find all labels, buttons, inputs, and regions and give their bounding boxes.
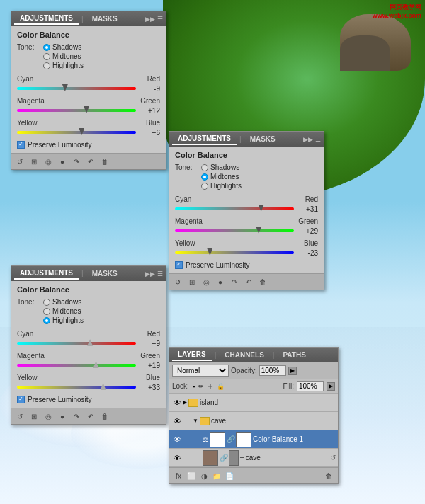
toolbar-trash-3[interactable]: 🗑 [257,276,268,287]
radio-shadows-icon-3 [201,164,208,171]
tab-adjustments-2[interactable]: ADJUSTMENTS [14,268,79,280]
mask-thumb-colorbalance [236,432,251,447]
lock-pixels-icon[interactable]: ✏ [198,382,205,391]
layer-row-island[interactable]: 👁 ▶ island [169,394,338,412]
slider-track-1b[interactable] [17,105,136,115]
radio-midtones-3[interactable]: Midtones [201,173,242,181]
lock-all-icon[interactable]: 🔒 [216,382,225,391]
toolbar-grid-3[interactable]: ⊞ [186,276,198,287]
toolbar-grid-1[interactable]: ⊞ [28,156,40,167]
toolbar-undo-1[interactable]: ↶ [85,156,96,167]
radio-highlights-3[interactable]: Highlights [201,182,242,190]
panel-body-1: Color Balance Tone: Shadows Midtones Hig… [11,26,166,153]
toolbar-trash-2[interactable]: 🗑 [99,411,110,422]
toolbar-circle-1[interactable]: ● [57,156,68,167]
slider-track-2c[interactable] [17,382,136,392]
toolbar-redo-1[interactable]: ↷ [71,156,82,167]
expand-icon-2[interactable]: ▶▶ [145,270,155,277]
lock-transparent-icon[interactable]: ▪ [192,382,196,391]
triangle-island[interactable]: ▶ [183,399,187,406]
preserve-checkbox-1[interactable] [17,141,25,149]
tab-masks-2[interactable]: MASKS [86,268,123,279]
fill-input[interactable] [297,381,324,391]
expand-icon-3[interactable]: ▶▶ [303,136,313,143]
blend-mode-select[interactable]: Normal [172,365,229,377]
radio-midtones-1[interactable]: Midtones [43,52,84,60]
layer-new-icon[interactable]: 📄 [223,469,236,482]
toolbar-back-3[interactable]: ↺ [172,276,183,287]
slider-track-1c[interactable] [17,127,136,137]
layer-folder-icon[interactable]: 📁 [210,469,223,482]
toolbar-circle-2[interactable]: ● [57,411,68,422]
eye-cave-folder[interactable]: 👁 [171,416,183,427]
tab-adjustments-1[interactable]: ADJUSTMENTS [14,13,79,25]
layer-mask-icon[interactable]: ⬜ [185,469,198,482]
tab-masks-3[interactable]: MASKS [244,134,281,144]
toolbar-circle-3[interactable]: ● [215,276,226,287]
tab-masks-1[interactable]: MASKS [86,13,123,24]
slider-magenta-green-2: Magenta Green +19 [17,352,160,370]
slider-track-2a[interactable] [17,338,136,348]
toolbar-back-2[interactable]: ↺ [14,411,26,422]
refresh-cave-icon[interactable]: ↺ [330,454,336,462]
radio-midtones-2[interactable]: Midtones [43,307,84,315]
layers-menu-icon[interactable]: ☰ [329,352,335,359]
layers-panel-header: LAYERS | CHANNELS | PATHS ☰ [169,348,338,362]
tab-paths[interactable]: PATHS [277,350,311,360]
mask-cave [229,450,239,466]
chain-icon-colorbalance: 🔗 [227,435,235,443]
panel-icons-3: ▶▶ ☰ [303,136,321,143]
slider-track-3a[interactable] [175,204,294,214]
slider-value-3b: +29 [297,227,318,235]
menu-icon-2[interactable]: ☰ [157,270,163,277]
slider-track-3b[interactable] [175,226,294,236]
toolbar-eye-1[interactable]: ◎ [42,156,54,167]
tab-layers[interactable]: LAYERS [172,349,212,361]
layer-adjustment-icon[interactable]: ◑ [198,469,210,482]
fill-arrow[interactable]: ▶ [327,382,335,391]
radio-shadows-3[interactable]: Shadows [201,164,242,171]
triangle-cave[interactable]: ▼ [193,418,198,424]
radio-shadows-2[interactable]: Shadows [43,298,84,306]
layers-bottom-toolbar: fx ⬜ ◑ 📁 📄 🗑 [169,467,338,483]
toolbar-redo-2[interactable]: ↷ [71,411,82,422]
tab-channels[interactable]: CHANNELS [219,350,270,360]
slider-track-3c[interactable] [175,248,294,258]
toolbar-undo-3[interactable]: ↶ [243,276,254,287]
lock-fill-row: Lock: ▪ ✏ ✛ 🔒 Fill: ▶ [169,379,338,394]
tab-adjustments-3[interactable]: ADJUSTMENTS [172,133,237,145]
menu-icon-1[interactable]: ☰ [157,16,163,23]
slider-cyan-red-1: Cyan Red -9 [17,75,160,93]
lock-position-icon[interactable]: ✛ [207,382,214,391]
toolbar-trash-1[interactable]: 🗑 [99,156,110,167]
layer-delete-icon[interactable]: 🗑 [322,469,335,482]
slider-track-2b[interactable] [17,360,136,370]
toolbar-grid-2[interactable]: ⊞ [28,411,40,422]
radio-highlights-2[interactable]: Highlights [43,316,84,324]
layer-row-colorbalance[interactable]: 👁 ⚖ ⚖ 🔗 Color Balance 1 [169,430,338,449]
watermark: 网页教学网 www.webjx.com [373,4,421,20]
opacity-input[interactable] [259,365,286,376]
radio-highlights-1[interactable]: Highlights [43,62,84,69]
toolbar-eye-2[interactable]: ◎ [42,411,54,422]
radio-midtones-icon-2 [43,308,50,315]
preserve-checkbox-3[interactable] [175,261,183,269]
tone-label-3: Tone: [175,164,200,171]
layer-effects-icon[interactable]: fx [172,469,185,482]
toolbar-undo-2[interactable]: ↶ [85,411,96,422]
eye-island[interactable]: 👁 [171,397,183,408]
toolbar-eye-3[interactable]: ◎ [200,276,212,287]
preserve-checkbox-2[interactable] [17,396,25,403]
panel-header-2: ADJUSTMENTS | MASKS ▶▶ ☰ [11,266,166,281]
toolbar-back-1[interactable]: ↺ [14,156,26,167]
slider-track-1a[interactable] [17,84,136,93]
eye-cave[interactable]: 👁 [171,452,183,464]
opacity-arrow[interactable]: ▶ [288,367,297,375]
layer-row-cave[interactable]: 👁 🔗 ─ cave ↺ [169,449,338,467]
toolbar-redo-3[interactable]: ↷ [229,276,240,287]
layer-row-cave-folder[interactable]: 👁 ▼ cave [169,412,338,430]
expand-icon-1[interactable]: ▶▶ [145,16,155,23]
menu-icon-3[interactable]: ☰ [315,136,321,143]
radio-shadows-1[interactable]: Shadows [43,43,84,51]
eye-colorbalance[interactable]: 👁 [171,434,183,445]
